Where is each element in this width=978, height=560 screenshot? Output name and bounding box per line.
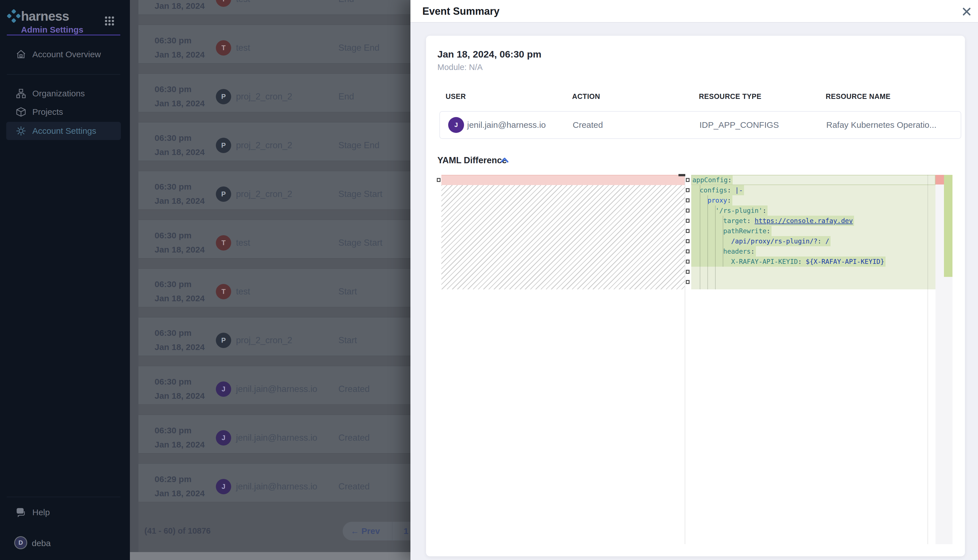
event-name: test <box>236 0 250 4</box>
diff-gutter-marker[interactable] <box>686 260 690 263</box>
table-row[interactable]: 06:30 pmJan 18, 2024TtestStage End <box>139 25 410 63</box>
diff-gutter-marker[interactable] <box>686 229 690 233</box>
indent-guide <box>723 216 723 267</box>
harness-logo-icon <box>7 9 20 23</box>
avatar: J <box>216 479 231 494</box>
event-date: Jan 18, 2024 <box>155 488 205 498</box>
close-icon[interactable] <box>961 6 972 17</box>
overview-ruler-added[interactable] <box>944 175 953 544</box>
event-name: jenil.jain@harness.io <box>236 384 318 394</box>
module-subtitle: Admin Settings <box>21 25 84 35</box>
table-row[interactable]: 06:30 pmJan 18, 2024Pproj_2_cron_2Stage … <box>139 171 410 210</box>
diff-gutter-marker[interactable] <box>686 198 690 202</box>
sidebar-item-label: Account Settings <box>32 126 96 136</box>
avatar: P <box>216 138 231 153</box>
diff-gutter-marker[interactable] <box>686 239 690 243</box>
sidebar-item-projects[interactable]: Projects <box>6 103 121 121</box>
table-bottom-band <box>130 552 410 560</box>
event-action: End <box>338 92 354 102</box>
brand-name: harness <box>21 8 69 24</box>
chevron-up-icon[interactable] <box>500 157 509 164</box>
sidebar-item-label: Projects <box>32 107 63 117</box>
sidebar-item-account-overview[interactable]: Account Overview <box>6 45 121 63</box>
yaml-difference-toggle[interactable]: YAML Difference <box>437 155 507 165</box>
yaml-diff-editor[interactable]: appConfig: configs: |- proxy: '/rs-plugi… <box>437 174 953 544</box>
event-resource-type: IDP_APP_CONFIGS <box>699 120 779 130</box>
event-action: Stage End <box>338 43 379 53</box>
overview-ruler-removed[interactable] <box>935 175 944 544</box>
avatar: T <box>216 235 231 250</box>
svg-text:?: ? <box>19 509 21 513</box>
avatar: T <box>216 0 231 7</box>
diff-gutter-marker[interactable] <box>686 249 690 253</box>
table-row[interactable]: 06:30 pmJan 18, 2024Jjenil.jain@harness.… <box>139 366 410 405</box>
diff-gutter-marker[interactable] <box>437 178 440 182</box>
user-avatar[interactable]: D <box>14 536 27 549</box>
table-row[interactable]: Jan 18, 2024TtestEnd <box>139 0 410 15</box>
table-row[interactable]: 06:30 pmJan 18, 2024TtestStart <box>139 268 410 307</box>
event-action: Created <box>573 120 603 130</box>
diff-modified-pane: appConfig: configs: |- proxy: '/rs-plugi… <box>691 175 935 544</box>
diff-code-line: pathRewrite: <box>691 226 935 236</box>
event-action: Created <box>338 384 369 394</box>
screen: { "sidebar": { "brand": "harness", "subt… <box>0 0 978 560</box>
column-header-action: ACTION <box>572 92 600 101</box>
event-name: proj_2_cron_2 <box>236 335 292 345</box>
pagination-range: (41 - 60) of 10876 <box>144 526 211 536</box>
modal-title: Event Summary <box>422 5 500 17</box>
avatar: P <box>216 187 231 202</box>
event-summary-modal: Event Summary Jan 18, 2024, 06:30 pm Mod… <box>410 0 978 560</box>
event-date: Jan 18, 2024 <box>155 342 205 352</box>
event-action: End <box>338 0 354 4</box>
diff-gutter-marker[interactable] <box>686 280 690 284</box>
audit-trail-table: Jan 18, 2024TtestEnd06:30 pmJan 18, 2024… <box>130 0 410 560</box>
app-grid-icon[interactable] <box>104 15 115 27</box>
event-date: Jan 18, 2024 <box>155 147 205 157</box>
home-icon <box>16 49 26 60</box>
diff-removed-line <box>441 175 685 185</box>
event-summary-card: Jan 18, 2024, 06:30 pm Module: N/A USER … <box>426 36 965 556</box>
event-date: Jan 18, 2024 <box>155 440 205 450</box>
table-row[interactable]: 06:30 pmJan 18, 2024Jjenil.jain@harness.… <box>139 415 410 453</box>
event-action: Start <box>338 335 357 345</box>
diff-code-line: headers: <box>691 246 935 257</box>
cube-icon <box>16 107 26 117</box>
help-button[interactable]: ? Help <box>6 503 121 522</box>
sidebar-item-account-settings[interactable]: Account Settings <box>6 122 121 140</box>
diff-gutter-marker[interactable] <box>686 219 690 223</box>
table-row[interactable]: 06:30 pmJan 18, 2024Pproj_2_cron_2Start <box>139 317 410 356</box>
indent-guide <box>700 185 700 289</box>
modal-header: Event Summary <box>410 0 978 23</box>
column-ruler <box>928 175 928 544</box>
avatar: P <box>216 333 231 348</box>
event-time: 06:30 pm <box>155 36 191 45</box>
page-number-1[interactable]: 1 <box>404 526 408 536</box>
user-name: deba <box>32 538 51 548</box>
column-header-resource-type: RESOURCE TYPE <box>699 92 761 101</box>
event-time: 06:30 pm <box>155 133 191 143</box>
diff-gutter-marker[interactable] <box>686 270 690 274</box>
diff-gutter-marker[interactable] <box>686 178 690 182</box>
prev-page-button[interactable]: ← Prev <box>351 526 380 536</box>
table-row[interactable]: 06:29 pmJan 18, 2024Jjenil.jain@harness.… <box>139 463 410 502</box>
sidebar-item-organizations[interactable]: Organizations <box>6 85 121 103</box>
table-row[interactable]: 06:30 pmJan 18, 2024TtestStage Start <box>139 220 410 258</box>
diff-gutter-marker[interactable] <box>686 188 690 192</box>
event-time: 06:30 pm <box>155 426 191 435</box>
sidebar: harness Admin Settings Account Overview … <box>0 0 130 560</box>
event-datetime: Jan 18, 2024, 06:30 pm <box>437 49 542 60</box>
table-row[interactable]: 06:30 pmJan 18, 2024Pproj_2_cron_2End <box>139 73 410 112</box>
table-row[interactable]: 06:30 pmJan 18, 2024Pproj_2_cron_2Stage … <box>139 122 410 161</box>
event-action: Created <box>338 482 369 492</box>
event-name: jenil.jain@harness.io <box>236 433 318 443</box>
indent-guide <box>707 195 708 289</box>
avatar: T <box>216 284 231 299</box>
diff-code-line: target: https://console.rafay.dev <box>691 216 935 226</box>
event-time: 06:30 pm <box>155 377 191 387</box>
event-name: test <box>236 238 250 248</box>
diff-gutter-marker[interactable] <box>686 208 690 213</box>
event-date: Jan 18, 2024 <box>155 98 205 108</box>
avatar: J <box>216 430 231 445</box>
diff-sash-handle[interactable] <box>679 174 685 176</box>
help-label: Help <box>32 508 50 517</box>
